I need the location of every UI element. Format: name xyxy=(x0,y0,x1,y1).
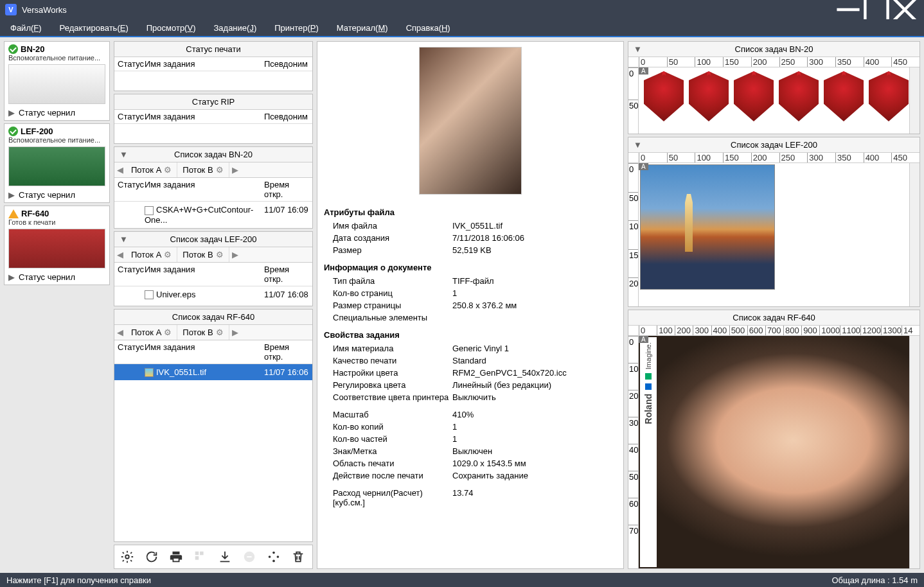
gear-icon[interactable]: ⚙ xyxy=(216,328,224,337)
ink-status-row[interactable]: ▶Статус чернил xyxy=(8,189,105,200)
settings-button[interactable] xyxy=(120,549,135,565)
tab-prev-button[interactable]: ◀ xyxy=(114,247,126,262)
expand-icon: ▶ xyxy=(8,108,15,118)
svg-point-1 xyxy=(125,555,129,559)
tab-prev-button[interactable]: ◀ xyxy=(114,325,126,340)
status-hint: Нажмите [F1] для получения справки xyxy=(6,575,151,585)
maximize-button[interactable] xyxy=(862,0,891,19)
image-file-icon xyxy=(145,368,154,377)
printer-list: BN-20 Вспомогательное питание... ▶Статус… xyxy=(4,41,110,569)
tab-next-button[interactable]: ▶ xyxy=(229,325,241,340)
printer-image xyxy=(8,64,105,104)
panel-header: Статус печати xyxy=(114,42,312,57)
svg-rect-3 xyxy=(200,552,204,556)
tab-stream-b[interactable]: Поток B⚙ xyxy=(177,325,229,340)
ruler-horizontal: 050100150200250300350400450 xyxy=(628,57,920,67)
layouts-column: ▼Список задач BN-20 05010015020025030035… xyxy=(628,41,920,569)
printer-name: LEF-200 xyxy=(21,127,53,136)
job-row[interactable]: IVK_0551L.tif11/07 16:06 xyxy=(114,364,312,381)
printer-image xyxy=(8,229,105,268)
gear-icon[interactable]: ⚙ xyxy=(216,250,224,259)
file-icon xyxy=(145,206,154,215)
layout-panel-lef200: ▼Список задач LEF-200 050100150200250300… xyxy=(628,137,920,307)
menu-material[interactable]: Материал(M) xyxy=(337,23,388,33)
panel-header[interactable]: ▼Список задач BN-20 xyxy=(628,42,920,57)
menu-help[interactable]: Справка(H) xyxy=(406,23,450,33)
gear-icon[interactable]: ⚙ xyxy=(164,328,172,337)
gear-icon[interactable]: ⚙ xyxy=(216,165,224,175)
printer-card-lef200[interactable]: LEF-200 Вспомогательное питание... ▶Стат… xyxy=(4,123,110,203)
gear-icon[interactable]: ⚙ xyxy=(164,250,172,259)
menu-printer[interactable]: Принтер(P) xyxy=(274,23,319,33)
layout-canvas[interactable]: A xyxy=(639,163,920,306)
svg-rect-4 xyxy=(195,556,199,560)
layout-panel-bn20: ▼Список задач BN-20 05010015020025030035… xyxy=(628,41,920,134)
tab-prev-button[interactable]: ◀ xyxy=(114,162,126,177)
status-bar: Нажмите [F1] для получения справки Общая… xyxy=(0,573,924,587)
nest-button[interactable] xyxy=(193,549,208,565)
tab-stream-b[interactable]: Поток B⚙ xyxy=(177,247,229,262)
chevron-down-icon: ▼ xyxy=(120,150,128,159)
tab-stream-a[interactable]: Поток A⚙ xyxy=(126,325,177,340)
delete-button[interactable] xyxy=(290,549,306,565)
media-tag: A xyxy=(639,163,648,170)
queue-tabs: ◀ Поток A⚙ Поток B⚙ ▶ xyxy=(114,247,312,263)
scrollbar-vertical[interactable] xyxy=(909,67,920,134)
table-header: СтатусИмя заданияВремя откр. xyxy=(114,178,312,202)
ruler-horizontal: 0100200300400500600700800900100011001200… xyxy=(628,326,920,336)
preview-thumbnail xyxy=(419,47,522,195)
svg-rect-0 xyxy=(865,0,887,21)
tab-stream-a[interactable]: Поток A⚙ xyxy=(126,247,177,262)
svg-point-8 xyxy=(272,552,275,554)
download-button[interactable] xyxy=(217,549,233,565)
ruler-vertical: 050 xyxy=(628,67,639,134)
scrollbar-vertical[interactable] xyxy=(909,336,920,568)
print-button[interactable] xyxy=(168,549,184,565)
tab-stream-b[interactable]: Поток B⚙ xyxy=(177,162,229,177)
rip-button[interactable] xyxy=(266,549,281,565)
tab-next-button[interactable]: ▶ xyxy=(229,247,241,262)
menu-view[interactable]: Просмотр(V) xyxy=(147,23,196,33)
gear-icon[interactable]: ⚙ xyxy=(164,165,172,175)
printer-card-rf640[interactable]: RF-640 Готов к печати ▶Статус чернил xyxy=(4,206,110,285)
expand-icon: ▶ xyxy=(8,272,15,282)
panel-header[interactable]: ▼Список задач LEF-200 xyxy=(114,232,312,247)
rip-status-panel: Статус RIP СтатусИмя заданияПсевдоним xyxy=(114,94,313,144)
layout-panel-rf640: Список задач RF-640 01002003004005006007… xyxy=(628,310,920,569)
job-row[interactable]: CSKA+W+G+CutContour-One...11/07 16:09 xyxy=(114,202,312,228)
ink-status-row[interactable]: ▶Статус чернил xyxy=(8,107,105,118)
ink-status-row[interactable]: ▶Статус чернил xyxy=(8,271,105,282)
svg-point-7 xyxy=(269,556,271,558)
panel-header[interactable]: ▼Список задач BN-20 xyxy=(114,147,312,162)
chevron-down-icon: ▼ xyxy=(634,140,642,150)
layout-canvas[interactable]: A Imagine. Roland xyxy=(639,336,920,568)
minimize-button[interactable] xyxy=(834,0,862,19)
refresh-button[interactable] xyxy=(144,549,159,565)
media-tag: A xyxy=(639,67,648,74)
stop-button[interactable] xyxy=(242,549,257,565)
queue-panel-lef200: ▼Список задач LEF-200 ◀ Поток A⚙ Поток B… xyxy=(114,231,313,306)
svg-rect-2 xyxy=(195,552,199,556)
menu-edit[interactable]: Редактировать(E) xyxy=(60,23,129,33)
tab-stream-a[interactable]: Поток A⚙ xyxy=(126,162,177,177)
section-header: Информация о документе xyxy=(324,263,617,272)
status-ok-icon xyxy=(8,44,18,54)
panel-header[interactable]: ▼Список задач LEF-200 xyxy=(628,137,920,153)
tab-next-button[interactable]: ▶ xyxy=(229,162,241,177)
job-row[interactable]: Univer.eps11/07 16:08 xyxy=(114,286,312,303)
menu-file[interactable]: Файл(F) xyxy=(10,23,42,33)
close-button[interactable] xyxy=(891,0,919,19)
printer-card-bn20[interactable]: BN-20 Вспомогательное питание... ▶Статус… xyxy=(4,41,110,121)
scrollbar-vertical[interactable] xyxy=(909,163,920,306)
layout-canvas[interactable]: A xyxy=(639,67,920,134)
queues-column: Статус печати СтатусИмя заданияПсевдоним… xyxy=(114,41,313,569)
menu-job[interactable]: Задание(J) xyxy=(213,23,256,33)
app-logo-icon: V xyxy=(5,4,17,15)
panel-header[interactable]: Список задач RF-640 xyxy=(114,310,312,325)
queue-tabs: ◀ Поток A⚙ Поток B⚙ ▶ xyxy=(114,162,312,178)
printer-name: RF-640 xyxy=(21,209,49,218)
printer-name: BN-20 xyxy=(21,44,45,54)
table-header: СтатусИмя заданияВремя откр. xyxy=(114,263,312,286)
section-header: Свойства задания xyxy=(324,330,617,340)
panel-header[interactable]: Список задач RF-640 xyxy=(628,310,920,326)
